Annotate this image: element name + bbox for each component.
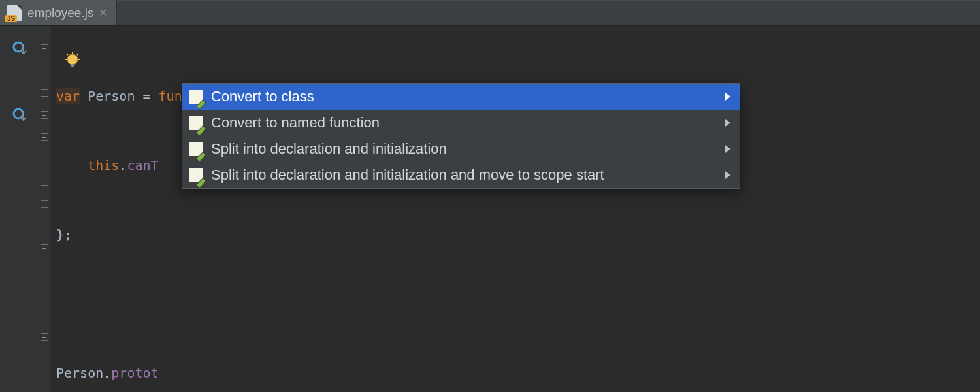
intention-edit-icon <box>189 116 203 130</box>
intention-bulb-icon[interactable] <box>64 52 81 69</box>
svg-point-1 <box>14 109 23 118</box>
fold-toggle-icon[interactable] <box>41 111 48 119</box>
code-line: }; <box>56 223 980 246</box>
editor-tab-bar: employee.js ✕ <box>0 0 980 26</box>
svg-point-2 <box>67 54 78 65</box>
submenu-arrow-icon <box>725 171 730 179</box>
overridden-method-icon[interactable] <box>12 41 27 56</box>
close-tab-icon[interactable]: ✕ <box>99 7 107 19</box>
overridden-method-icon[interactable] <box>12 107 27 123</box>
submenu-arrow-icon <box>725 93 730 101</box>
intention-split-declaration[interactable]: Split into declaration and initializatio… <box>182 136 740 162</box>
fold-toggle-icon[interactable] <box>41 44 48 52</box>
tab-bar-empty <box>117 0 980 25</box>
file-tab-employee-js[interactable]: employee.js ✕ <box>0 0 117 25</box>
fold-end-icon[interactable] <box>41 333 48 341</box>
svg-rect-3 <box>71 64 74 67</box>
code-line <box>56 293 980 315</box>
intention-label: Convert to named function <box>211 114 717 131</box>
intention-label: Convert to class <box>211 88 717 105</box>
submenu-arrow-icon <box>725 145 730 153</box>
intention-edit-icon <box>189 142 203 156</box>
intention-edit-icon <box>189 90 203 104</box>
intention-actions-popup: Convert to class Convert to named functi… <box>182 83 740 189</box>
intention-convert-to-class[interactable]: Convert to class <box>182 84 740 110</box>
intention-label: Split into declaration and initializatio… <box>211 167 717 184</box>
fold-end-icon[interactable] <box>41 200 48 208</box>
js-file-icon <box>7 5 22 21</box>
tab-filename: employee.js <box>27 6 93 20</box>
code-editor[interactable]: var Person = function() { this.canT }; P… <box>51 26 980 392</box>
fold-end-icon[interactable] <box>41 89 48 97</box>
intention-label: Split into declaration and initializatio… <box>211 140 717 157</box>
svg-point-0 <box>14 42 23 52</box>
gutter <box>0 26 51 392</box>
intention-edit-icon <box>189 168 203 182</box>
fold-end-icon[interactable] <box>41 178 48 186</box>
fold-toggle-icon[interactable] <box>41 133 48 141</box>
intention-split-declaration-move-scope[interactable]: Split into declaration and initializatio… <box>182 162 740 188</box>
fold-toggle-icon[interactable] <box>41 244 48 252</box>
submenu-arrow-icon <box>725 119 730 127</box>
code-line: Person.protot <box>56 362 980 384</box>
intention-convert-to-named-function[interactable]: Convert to named function <box>182 110 740 136</box>
editor-area: var Person = function() { this.canT }; P… <box>0 26 980 392</box>
